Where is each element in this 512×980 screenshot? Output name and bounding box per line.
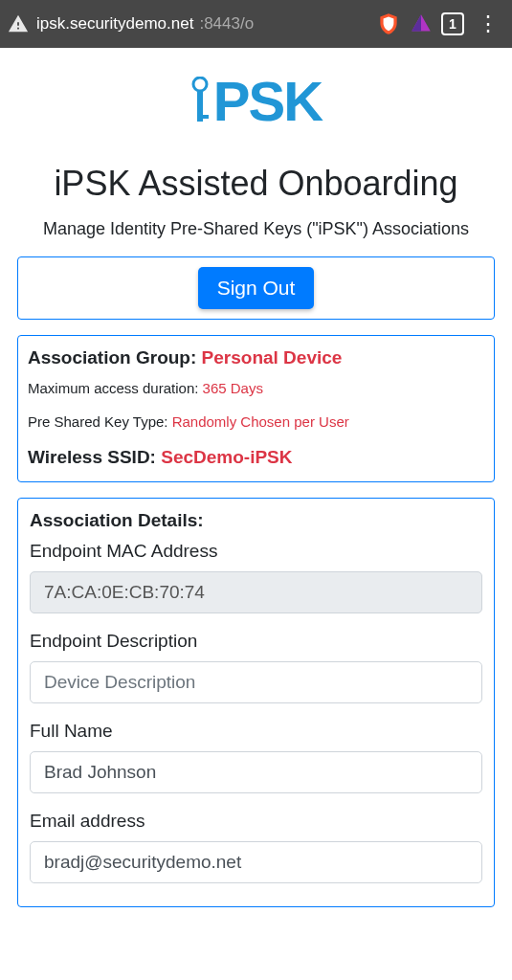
ssid-row: Wireless SSID: SecDemo-iPSK: [28, 447, 484, 468]
tab-count-value: 1: [449, 16, 456, 32]
not-secure-icon: [8, 13, 29, 34]
page-subtitle: Manage Identity Pre-Shared Keys ("iPSK")…: [17, 219, 495, 239]
max-duration-value: 365 Days: [203, 380, 263, 396]
logo: PSK: [17, 48, 495, 143]
max-duration-label: Maximum access duration:: [28, 380, 203, 396]
psk-type-value: Randomly Chosen per User: [172, 413, 349, 430]
association-group-value: Personal Device: [202, 347, 343, 368]
email-label: Email address: [30, 811, 482, 832]
email-input[interactable]: [30, 841, 482, 883]
brave-shield-icon[interactable]: [376, 11, 401, 36]
browser-bar: ipsk.securitydemo.net:8443/o 1 ⋮: [0, 0, 512, 48]
association-group-row: Association Group: Personal Device: [28, 347, 484, 368]
details-heading: Association Details:: [30, 510, 482, 531]
association-group-card: Association Group: Personal Device Maxim…: [17, 335, 495, 482]
sign-out-button[interactable]: Sign Out: [198, 267, 315, 309]
max-duration-row: Maximum access duration: 365 Days: [28, 380, 484, 396]
signout-card: Sign Out: [17, 256, 495, 320]
logo-text: PSK: [213, 69, 322, 133]
description-input[interactable]: [30, 661, 482, 703]
ssid-value: SecDemo-iPSK: [161, 447, 292, 467]
page-title: iPSK Assisted Onboarding: [17, 164, 495, 204]
url-rest: :8443/o: [199, 14, 254, 33]
url-host: ipsk.securitydemo.net: [36, 14, 193, 33]
mac-address-label: Endpoint MAC Address: [30, 541, 482, 562]
psk-type-label: Pre Shared Key Type:: [28, 413, 172, 430]
browser-menu-icon[interactable]: ⋮: [472, 11, 504, 36]
psk-type-row: Pre Shared Key Type: Randomly Chosen per…: [28, 413, 484, 430]
description-label: Endpoint Description: [30, 631, 482, 652]
association-group-label: Association Group:: [28, 347, 202, 368]
ssid-label: Wireless SSID:: [28, 447, 161, 467]
brave-rewards-icon[interactable]: [409, 11, 434, 36]
tab-switcher[interactable]: 1: [441, 12, 464, 35]
svg-point-0: [193, 78, 207, 91]
logo-key-icon: [190, 77, 210, 126]
svg-rect-2: [197, 115, 209, 119]
full-name-input[interactable]: [30, 751, 482, 793]
association-details-card: Association Details: Endpoint MAC Addres…: [17, 498, 495, 907]
page-content: PSK iPSK Assisted Onboarding Manage Iden…: [0, 48, 512, 907]
url-bar[interactable]: ipsk.securitydemo.net:8443/o: [36, 14, 368, 33]
full-name-label: Full Name: [30, 721, 482, 742]
mac-address-input: [30, 571, 482, 613]
